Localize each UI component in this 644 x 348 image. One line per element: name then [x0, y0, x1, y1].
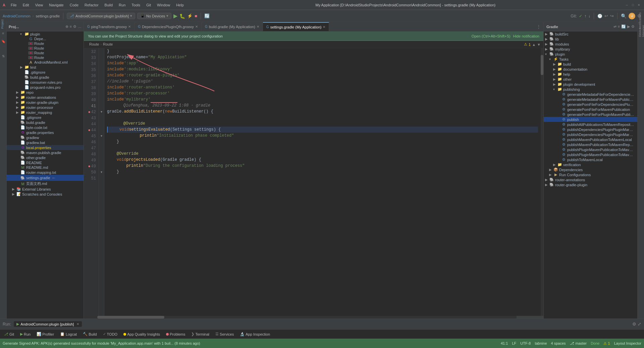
gradle-item-publish-plugin-repo[interactable]: ⚙ publishPluginMavenPublicationToMavenRe… — [544, 152, 637, 157]
gradle-item-publishing[interactable]: ▾ 📁 publishing — [544, 87, 637, 92]
menu-code[interactable]: Code — [67, 2, 81, 8]
gradle-item-documentation[interactable]: ▶ 📁 documentation — [544, 67, 637, 72]
gradle-item-lib[interactable]: ▶ 🐘 lib — [544, 37, 637, 42]
tree-item-consumer[interactable]: 📄 consumer-rules.pro — [7, 80, 84, 85]
menu-git[interactable]: Git — [144, 2, 154, 8]
gradle-run-icon[interactable]: ▶ — [627, 24, 630, 29]
tabs-overflow-menu[interactable]: ⋮ — [534, 24, 543, 29]
tree-item-repo[interactable]: ▶ 📁 repo — [7, 90, 84, 95]
vertical-scrollbar-track[interactable] — [541, 48, 543, 316]
warning-nav-up[interactable]: ▲ — [532, 43, 536, 47]
gradle-expand-icon[interactable]: ⇌ — [613, 24, 616, 29]
bottom-tab-app-inspection[interactable]: 🔬 App Inspection — [237, 331, 273, 337]
gradle-item-run-configs[interactable]: ▶ ▶ Run Configurations — [544, 172, 637, 177]
gradle-item-publish-maven-local[interactable]: ⚙ publishMavenPublicationToMavenLocal — [544, 137, 637, 142]
tree-item-route1[interactable]: K Route — [7, 41, 84, 46]
menu-build[interactable]: Build — [102, 2, 115, 8]
menu-help[interactable]: Help — [173, 2, 186, 8]
debug-button[interactable]: 🐛 — [179, 13, 185, 19]
gradle-item-build-task[interactable]: ▶ 📁 build — [544, 62, 637, 67]
tree-item-router-annotations[interactable]: ▶ 📁 router-annotations — [7, 95, 84, 100]
gradle-item-help[interactable]: ▶ 📁 help — [544, 72, 637, 77]
status-indent[interactable]: 4 spaces — [551, 341, 566, 346]
run-tab-plugin[interactable]: ▶ AndroidCommon:plugin [publish] ✕ — [14, 321, 82, 327]
tree-item-build-gradle[interactable]: 🐘 build.gradle — [7, 75, 84, 80]
tree-item-router-gradle[interactable]: ▶ 📁 router-gradle-plugin — [7, 100, 84, 105]
gradle-item-other[interactable]: ▶ 📁 other — [544, 77, 637, 82]
tree-item-external-libs[interactable]: ▶ 📚 External Libraries — [7, 187, 84, 192]
status-position[interactable]: 41:1 — [501, 341, 508, 346]
panel-gear-icon[interactable]: … — [78, 24, 82, 29]
status-branch[interactable]: ⎇ master — [570, 341, 587, 346]
bottom-tab-terminal[interactable]: ❯ Terminal — [189, 331, 212, 337]
vertical-scrollbar-thumb[interactable] — [541, 55, 543, 75]
notification-hide-button[interactable]: Hide notification — [513, 34, 539, 38]
tree-item-route2[interactable]: K Route — [7, 46, 84, 51]
bottom-tab-run[interactable]: ▶ Run — [17, 331, 33, 337]
redo-icon[interactable]: ↪ — [610, 13, 614, 18]
gradle-item-modules[interactable]: ▶ 🐘 modules — [544, 42, 637, 47]
tree-item-depe[interactable]: G Depe... — [7, 37, 84, 41]
sidebar-icon-bookmarks[interactable]: 🔖 — [1, 40, 6, 45]
tree-item-gradlew-bat[interactable]: 📄 gradlew.bat — [7, 140, 84, 145]
gradle-item-gen-metadata-dep[interactable]: ⚙ generateMetadataFileForDependenciesPlu… — [544, 92, 637, 97]
tree-item-other-gradle[interactable]: 🐘 other.gradle — [7, 155, 84, 160]
stop-button[interactable]: ■ — [195, 13, 197, 18]
code-editor[interactable]: } rootProject.name = "My Application" in… — [104, 48, 541, 316]
tree-item-manifest[interactable]: A AndroidManifest.xml — [7, 60, 84, 65]
bottom-tab-problems[interactable]: Problems — [163, 332, 188, 337]
maximize-button[interactable]: □ — [631, 3, 635, 7]
panel-settings-icon[interactable]: ⚙ — [73, 24, 76, 29]
status-layout-inspector[interactable]: Layout Inspector — [614, 341, 641, 346]
tab-close-settings[interactable]: ✕ — [323, 25, 325, 29]
menu-view[interactable]: View — [33, 2, 46, 8]
gradle-item-gen-pom-maven[interactable]: ⚙ generatePomFileForMavenPublication — [544, 107, 637, 112]
tree-item-test[interactable]: ▶ 📁 test — [7, 65, 84, 70]
profile-button[interactable]: ⚡ — [187, 13, 193, 18]
gradle-item-dependencies[interactable]: ▶ 📦 Dependencies — [544, 167, 637, 172]
tree-item-route3[interactable]: K Route — [7, 51, 84, 55]
run-button[interactable]: ▶ — [173, 13, 177, 19]
menu-refactor[interactable]: Refactor — [82, 2, 101, 8]
gradle-settings-icon[interactable]: ⚙ — [631, 24, 635, 29]
tab-settings-gradle[interactable]: G settings.gradle (My Application) ✕ — [263, 22, 329, 31]
gradle-item-router-anno[interactable]: ▶ 🐘 router-annotations — [544, 177, 637, 182]
tree-item-gradle-properties[interactable]: ⚙ gradle.properties — [7, 130, 84, 135]
gradle-item-plugin-dev[interactable]: ▶ 📁 plugin development — [544, 82, 637, 87]
gradle-item-publish-dep-2[interactable]: ⚙ publishDependenciesPluginPluginMarkerM… — [544, 132, 637, 137]
tree-item-gradlew[interactable]: 🐘 gradlew — [7, 135, 84, 140]
gradle-item-gen-pom-dep[interactable]: ⚙ generatePomFileForDependenciesPluginPl… — [544, 102, 637, 107]
gradle-item-gen-pom-plugin[interactable]: ⚙ generatePomFileForPluginMavenPublicati… — [544, 112, 637, 117]
tree-item-route4[interactable]: K Route — [7, 55, 84, 60]
tab-close-deps[interactable]: ✕ — [195, 25, 198, 28]
gradle-item-plugin[interactable]: ▾ 🐘 plugin — [544, 52, 637, 57]
gradle-item-tasks[interactable]: ▾ ⚡ Tasks — [544, 57, 637, 62]
gradle-item-verification[interactable]: ▶ 📁 verification — [544, 162, 637, 167]
status-encoding[interactable]: UTF-8 — [520, 341, 531, 346]
tree-item-local-properties[interactable]: ⚙ local.properties — [7, 145, 84, 150]
tab-close-build[interactable]: ✕ — [257, 25, 259, 28]
right-icon-device-manager[interactable]: Device Manager — [638, 31, 644, 37]
bottom-tab-profiler[interactable]: 📊 Profiler — [34, 331, 57, 337]
panel-locate-icon[interactable]: ⊕ — [65, 24, 68, 29]
tree-item-root-gitignore[interactable]: 📄 .gitignore — [7, 115, 84, 120]
gradle-sync-icon[interactable]: 🔄 — [621, 24, 626, 29]
gradle-item-publish-plugin-local[interactable]: ⚙ publishPluginMavenPublicationToMavenLo… — [544, 147, 637, 152]
tree-item-root-build-gradle[interactable]: 🐘 build.gradle — [7, 120, 84, 125]
run-settings-icon[interactable]: ⚙ — [632, 322, 636, 327]
menu-navigate[interactable]: Navigate — [46, 2, 66, 8]
bottom-tab-build[interactable]: 🔨 Build — [80, 331, 99, 337]
menu-file[interactable]: File — [8, 2, 19, 8]
gradle-item-gen-metadata-maven[interactable]: ⚙ generateMetadataFileForMavenPublicati.… — [544, 97, 637, 102]
tree-item-scratches[interactable]: ▶ 📝 Scratches and Consoles — [7, 192, 84, 197]
gradle-item-publish-maven-repo[interactable]: ⚙ publishMavenPublicationToMavenReposito… — [544, 142, 637, 147]
gradle-item-publish-dep-1[interactable]: ⚙ publishDependenciesPluginPluginMarkerM… — [544, 127, 637, 132]
tab-dependencies-plugin[interactable]: G DependenciesPluginQfh.groovy ✕ — [135, 22, 202, 31]
run-tab-close[interactable]: ✕ — [76, 322, 79, 326]
tree-item-gitignore[interactable]: 📄 .gitignore — [7, 70, 84, 75]
tree-item-settings-gradle[interactable]: 🐘 settings.gradle ← — [7, 175, 84, 181]
tree-item-plugin[interactable]: ▾ 📁 plugin — [7, 31, 84, 37]
panel-collapse-icon[interactable]: ≡ — [70, 24, 72, 29]
tree-item-router-mapping[interactable]: ▶ 📁 router_mapping — [7, 110, 84, 115]
horizontal-scrollbar-thumb[interactable] — [97, 316, 164, 319]
